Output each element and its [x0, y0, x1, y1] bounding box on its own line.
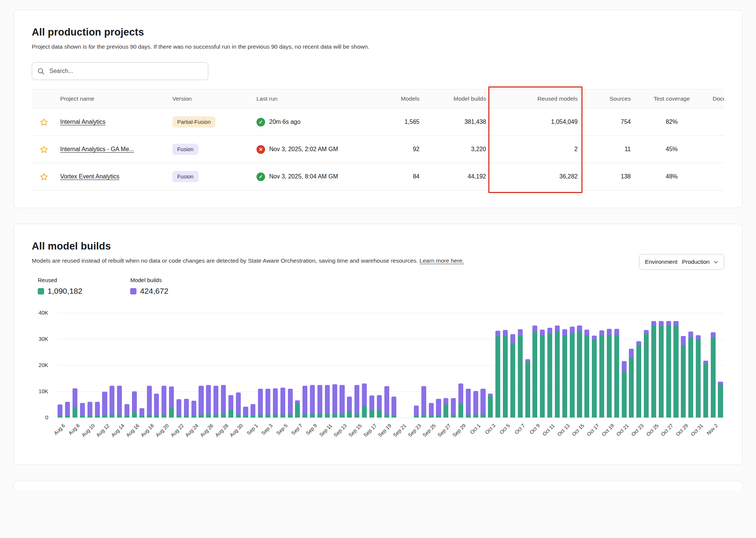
stacked-bar[interactable] — [703, 361, 708, 418]
bar-slot — [502, 313, 509, 418]
stacked-bar[interactable] — [280, 388, 285, 418]
stacked-bar[interactable] — [532, 325, 537, 418]
stacked-bar[interactable] — [58, 404, 62, 418]
stacked-bar[interactable] — [518, 329, 523, 418]
search-input[interactable] — [49, 67, 203, 75]
stacked-bar[interactable] — [577, 325, 582, 418]
stacked-bar[interactable] — [688, 331, 693, 418]
stacked-bar[interactable] — [325, 385, 330, 418]
stacked-bar[interactable] — [213, 386, 218, 418]
favorite-star-icon[interactable] — [32, 118, 56, 126]
stacked-bar[interactable] — [666, 321, 671, 418]
stacked-bar[interactable] — [540, 330, 545, 418]
stacked-bar[interactable] — [87, 402, 92, 418]
stacked-bar[interactable] — [599, 330, 604, 418]
stacked-bar[interactable] — [473, 391, 478, 418]
stacked-bar[interactable] — [317, 385, 322, 418]
builds-segment — [570, 327, 575, 333]
project-link[interactable]: Internal Analytics - GA Me... — [60, 146, 134, 152]
stacked-bar[interactable] — [384, 386, 389, 418]
stacked-bar[interactable] — [169, 386, 174, 418]
stacked-bar[interactable] — [510, 334, 515, 418]
stacked-bar[interactable] — [302, 386, 307, 418]
stacked-bar[interactable] — [525, 359, 530, 418]
stacked-bar[interactable] — [696, 335, 701, 418]
stacked-bar[interactable] — [547, 328, 552, 418]
stacked-bar[interactable] — [451, 398, 456, 418]
stacked-bar[interactable] — [443, 398, 448, 418]
stacked-bar[interactable] — [584, 330, 589, 418]
stacked-bar[interactable] — [607, 329, 612, 418]
stacked-bar[interactable] — [622, 361, 627, 418]
stacked-bar[interactable] — [391, 397, 396, 418]
favorite-star-icon[interactable] — [32, 145, 56, 154]
stacked-bar[interactable] — [295, 400, 300, 418]
learn-more-link[interactable]: Learn more here. — [420, 257, 464, 264]
stacked-bar[interactable] — [265, 389, 270, 418]
project-link[interactable]: Vortex Event Analytics — [60, 173, 119, 180]
stacked-bar[interactable] — [332, 384, 337, 418]
stacked-bar[interactable] — [636, 341, 641, 418]
stacked-bar[interactable] — [184, 399, 189, 418]
stacked-bar[interactable] — [458, 383, 463, 418]
stacked-bar[interactable] — [362, 383, 367, 418]
stacked-bar[interactable] — [176, 399, 181, 418]
stacked-bar[interactable] — [273, 388, 278, 418]
stacked-bar[interactable] — [718, 382, 723, 418]
stacked-bar[interactable] — [310, 385, 315, 418]
stacked-bar[interactable] — [354, 385, 359, 418]
stacked-bar[interactable] — [139, 408, 144, 418]
stacked-bar[interactable] — [73, 388, 77, 418]
stacked-bar[interactable] — [421, 386, 426, 418]
stacked-bar[interactable] — [228, 395, 233, 418]
stacked-bar[interactable] — [65, 402, 70, 418]
stacked-bar[interactable] — [206, 385, 211, 418]
stacked-bar[interactable] — [339, 385, 344, 418]
project-link[interactable]: Internal Analytics — [60, 119, 105, 125]
stacked-bar[interactable] — [347, 397, 352, 418]
stacked-bar[interactable] — [614, 329, 619, 418]
stacked-bar[interactable] — [243, 407, 248, 418]
stacked-bar[interactable] — [644, 330, 649, 418]
stacked-bar[interactable] — [377, 395, 382, 418]
stacked-bar[interactable] — [110, 386, 114, 418]
stacked-bar[interactable] — [629, 349, 634, 418]
stacked-bar[interactable] — [117, 386, 122, 418]
stacked-bar[interactable] — [102, 392, 107, 418]
stacked-bar[interactable] — [162, 386, 166, 418]
stacked-bar[interactable] — [488, 394, 493, 418]
stacked-bar[interactable] — [80, 403, 85, 418]
stacked-bar[interactable] — [147, 386, 152, 418]
stacked-bar[interactable] — [673, 321, 678, 418]
stacked-bar[interactable] — [288, 389, 293, 418]
stacked-bar[interactable] — [562, 329, 567, 418]
stacked-bar[interactable] — [659, 321, 664, 418]
stacked-bar[interactable] — [132, 391, 137, 418]
stacked-bar[interactable] — [466, 389, 471, 418]
search-box[interactable] — [32, 62, 208, 80]
stacked-bar[interactable] — [503, 330, 508, 418]
stacked-bar[interactable] — [191, 401, 196, 418]
stacked-bar[interactable] — [251, 404, 255, 418]
stacked-bar[interactable] — [711, 332, 716, 418]
environment-select[interactable]: Environment Production — [639, 254, 724, 270]
stacked-bar[interactable] — [414, 406, 419, 418]
stacked-bar[interactable] — [258, 389, 263, 418]
stacked-bar[interactable] — [555, 325, 560, 418]
stacked-bar[interactable] — [199, 386, 203, 418]
stacked-bar[interactable] — [429, 403, 434, 418]
stacked-bar[interactable] — [125, 404, 129, 418]
stacked-bar[interactable] — [651, 321, 656, 418]
stacked-bar[interactable] — [369, 395, 374, 418]
stacked-bar[interactable] — [221, 385, 226, 418]
stacked-bar[interactable] — [236, 392, 241, 418]
stacked-bar[interactable] — [480, 389, 485, 418]
stacked-bar[interactable] — [436, 399, 441, 418]
favorite-star-icon[interactable] — [32, 172, 56, 181]
stacked-bar[interactable] — [592, 336, 597, 418]
stacked-bar[interactable] — [570, 327, 575, 418]
stacked-bar[interactable] — [681, 336, 686, 418]
stacked-bar[interactable] — [95, 402, 100, 418]
stacked-bar[interactable] — [495, 331, 500, 418]
stacked-bar[interactable] — [154, 394, 159, 418]
